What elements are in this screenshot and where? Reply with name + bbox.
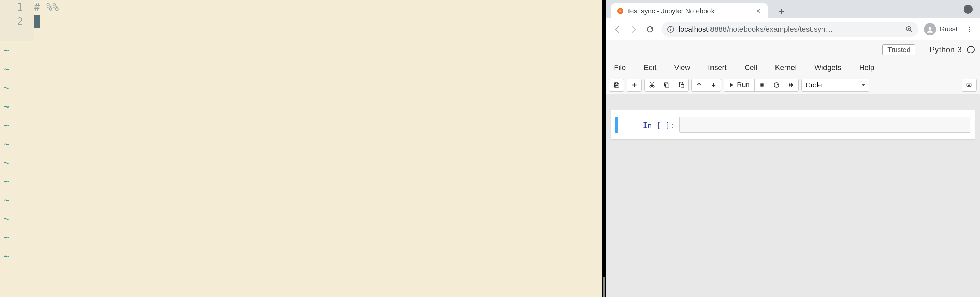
- empty-line-tilde: ~: [0, 97, 10, 116]
- profile-button[interactable]: Guest: [923, 22, 962, 37]
- separator: [922, 44, 923, 55]
- empty-line-tilde: ~: [0, 134, 10, 153]
- restart-run-all-button[interactable]: [784, 79, 799, 92]
- restart-button[interactable]: [769, 79, 784, 92]
- url-path: :8888/notebooks/examples/test.syn…: [708, 25, 833, 33]
- svg-point-0: [617, 8, 624, 14]
- save-button[interactable]: [609, 79, 624, 92]
- empty-line-tilde: ~: [0, 228, 10, 247]
- zoom-icon[interactable]: [905, 25, 913, 33]
- empty-line-tilde: ~: [0, 153, 10, 172]
- address-bar[interactable]: localhost:8888/notebooks/examples/test.s…: [662, 22, 918, 37]
- empty-line-tilde: ~: [0, 41, 10, 60]
- new-tab-button[interactable]: [775, 5, 788, 18]
- tab-title: test.sync - Jupyter Notebook: [628, 7, 751, 15]
- line-number: 1: [0, 0, 30, 14]
- browser-tab[interactable]: test.sync - Jupyter Notebook: [611, 3, 768, 18]
- notebook-container: In [ ]:: [611, 110, 975, 140]
- profile-label: Guest: [940, 25, 958, 33]
- empty-line-tilde: ~: [0, 209, 10, 228]
- avatar-icon: [924, 23, 936, 35]
- editor-lines[interactable]: 1 # %% 2: [0, 0, 602, 29]
- svg-point-7: [969, 29, 970, 30]
- command-palette-button[interactable]: [962, 79, 977, 92]
- insert-cell-button[interactable]: [627, 79, 642, 92]
- menu-view[interactable]: View: [671, 61, 693, 74]
- run-label: Run: [737, 81, 749, 89]
- trusted-badge[interactable]: Trusted: [882, 44, 915, 56]
- svg-rect-3: [670, 27, 671, 28]
- menu-kernel[interactable]: Kernel: [772, 61, 800, 74]
- move-down-button[interactable]: [706, 79, 721, 92]
- menu-file[interactable]: File: [611, 61, 628, 74]
- empty-lines: ~~~~~~~~~~~~: [0, 41, 10, 265]
- cursor-block: [34, 14, 40, 28]
- line-number: 2: [0, 14, 30, 29]
- jupyter-menubar: FileEditViewInsertCellKernelWidgetsHelp: [606, 59, 980, 76]
- svg-point-8: [969, 31, 970, 32]
- reload-button[interactable]: [643, 22, 657, 37]
- svg-rect-2: [670, 29, 671, 31]
- svg-rect-27: [968, 85, 970, 86]
- jupyter-toolbar: Run Code: [606, 76, 980, 94]
- cell-select-bar[interactable]: [615, 117, 618, 133]
- divider-handle-icon[interactable]: [603, 276, 605, 297]
- site-info-icon[interactable]: [667, 25, 675, 33]
- kernel-name[interactable]: Python 3: [929, 45, 962, 54]
- empty-line-tilde: ~: [0, 116, 10, 134]
- svg-rect-10: [616, 83, 617, 84]
- svg-rect-18: [760, 83, 763, 86]
- svg-rect-21: [969, 84, 969, 84]
- pane-divider[interactable]: [602, 0, 606, 297]
- editor-line[interactable]: 2: [0, 14, 602, 29]
- code-cell[interactable]: In [ ]:: [615, 117, 970, 133]
- notebook-body[interactable]: In [ ]:: [606, 94, 980, 297]
- celltype-select[interactable]: Code: [801, 79, 869, 92]
- line-content[interactable]: # %%: [30, 0, 59, 14]
- svg-point-6: [969, 26, 970, 27]
- svg-rect-14: [666, 84, 669, 87]
- back-button[interactable]: [610, 22, 625, 37]
- editor-line[interactable]: 1 # %%: [0, 0, 602, 14]
- svg-rect-23: [970, 84, 970, 84]
- tab-close-icon[interactable]: [755, 7, 762, 14]
- svg-rect-26: [969, 84, 970, 85]
- url-text[interactable]: localhost:8888/notebooks/examples/test.s…: [679, 25, 901, 34]
- empty-line-tilde: ~: [0, 60, 10, 78]
- menu-edit[interactable]: Edit: [641, 61, 659, 74]
- kernel-idle-icon[interactable]: [967, 46, 975, 53]
- copy-button[interactable]: [659, 79, 674, 92]
- paste-button[interactable]: [674, 79, 689, 92]
- menu-help[interactable]: Help: [856, 61, 877, 74]
- jupyter-favicon-icon: [617, 7, 624, 14]
- profile-indicator-icon[interactable]: [964, 5, 972, 14]
- browser-menu-button[interactable]: [964, 23, 976, 35]
- svg-rect-9: [615, 86, 618, 87]
- svg-rect-20: [967, 84, 968, 84]
- move-up-button[interactable]: [692, 79, 706, 92]
- menu-widgets[interactable]: Widgets: [811, 61, 844, 74]
- editor-pane[interactable]: 1 # %% 2 ~~~~~~~~~~~~: [0, 0, 602, 297]
- svg-rect-17: [681, 84, 684, 88]
- svg-point-5: [928, 27, 931, 30]
- svg-rect-24: [968, 84, 969, 85]
- menu-insert[interactable]: Insert: [705, 61, 730, 74]
- cut-button[interactable]: [644, 79, 659, 92]
- empty-line-tilde: ~: [0, 172, 10, 191]
- menu-cell[interactable]: Cell: [742, 61, 760, 74]
- url-host: localhost: [679, 25, 708, 33]
- jupyter-topbar: Trusted Python 3: [606, 40, 980, 59]
- run-button[interactable]: Run: [724, 79, 755, 92]
- browser-toolbar: localhost:8888/notebooks/examples/test.s…: [606, 18, 980, 40]
- empty-line-tilde: ~: [0, 247, 10, 265]
- jupyter-page: Trusted Python 3 FileEditViewInsertCellK…: [606, 40, 980, 297]
- browser-pane: test.sync - Jupyter Notebook localhost:8…: [606, 0, 980, 297]
- cell-input[interactable]: [679, 117, 970, 133]
- browser-tab-strip: test.sync - Jupyter Notebook: [606, 0, 980, 18]
- svg-rect-22: [969, 84, 970, 84]
- empty-line-tilde: ~: [0, 78, 10, 97]
- svg-rect-25: [969, 84, 969, 85]
- celltype-select-wrap[interactable]: Code: [801, 79, 869, 92]
- line-content[interactable]: [30, 14, 40, 29]
- interrupt-button[interactable]: [754, 79, 769, 92]
